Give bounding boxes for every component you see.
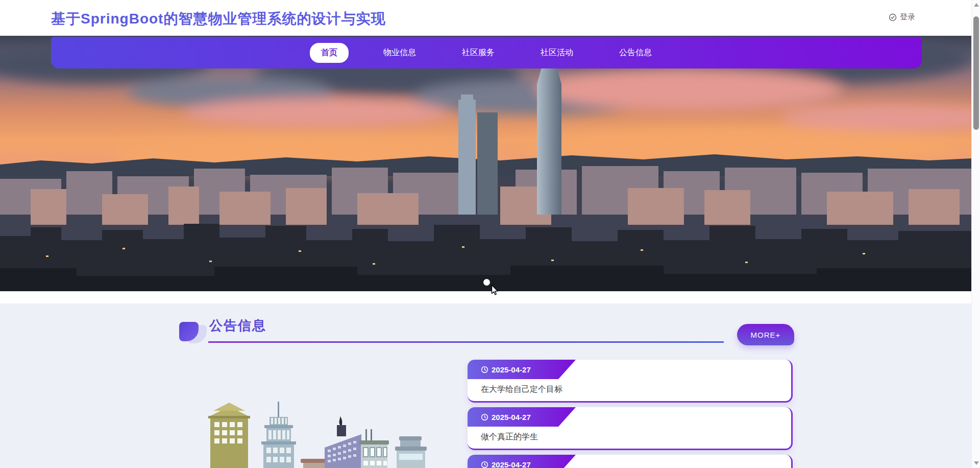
city-skyline-image	[0, 36, 971, 291]
announcements-section: 公告信息 MORE+	[0, 303, 971, 468]
section-underline	[208, 341, 724, 343]
app-header: 基于SpringBoot的智慧物业管理系统的设计与实现 登录	[0, 0, 971, 36]
nav-item-community-service[interactable]: 社区服务	[451, 43, 506, 63]
clock-icon	[481, 461, 488, 468]
announcement-date: 2025-04-27	[492, 413, 531, 422]
page-title: 基于SpringBoot的智慧物业管理系统的设计与实现	[51, 9, 385, 29]
announcement-card[interactable]: 2025-04-27 做个真正的学生	[468, 407, 793, 450]
login-button[interactable]: 登录	[889, 12, 915, 22]
circle-check-icon	[889, 13, 897, 21]
login-label: 登录	[900, 12, 915, 22]
announcement-title: 在大学给自己定个目标	[481, 384, 562, 395]
page: 基于SpringBoot的智慧物业管理系统的设计与实现 登录 首页 物业信息 社…	[0, 0, 980, 468]
mouse-cursor-icon	[489, 284, 500, 296]
announcement-card[interactable]: 2025-04-27	[468, 455, 793, 468]
scrollbar-thumb[interactable]	[973, 16, 979, 130]
nav-item-home[interactable]: 首页	[310, 43, 349, 63]
clock-icon	[481, 413, 488, 421]
nav-item-property-info[interactable]: 物业信息	[372, 43, 427, 63]
date-banner: 2025-04-27	[468, 360, 576, 379]
buildings-illustration	[206, 401, 456, 468]
announcement-date: 2025-04-27	[492, 365, 531, 374]
nav-item-announcements[interactable]: 公告信息	[608, 43, 663, 63]
nav-item-community-activity[interactable]: 社区活动	[529, 43, 584, 63]
announcement-card[interactable]: 2025-04-27 在大学给自己定个目标	[468, 360, 793, 403]
section-title: 公告信息	[209, 317, 266, 335]
clock-icon	[481, 366, 488, 373]
announcement-title: 做个真正的学生	[481, 432, 538, 442]
announcement-list: 2025-04-27 在大学给自己定个目标 2025-04-27 做个真正的学生	[468, 360, 793, 468]
more-button[interactable]: MORE+	[737, 324, 794, 345]
hero-carousel	[0, 36, 971, 291]
main-nav: 首页 物业信息 社区服务 社区活动 公告信息	[51, 37, 922, 68]
scrollbar[interactable]	[971, 0, 980, 468]
date-banner: 2025-04-27	[468, 455, 576, 468]
date-banner: 2025-04-27	[468, 407, 576, 427]
announcement-date: 2025-04-27	[492, 460, 531, 468]
scroll-up-arrow-icon[interactable]	[974, 3, 979, 7]
scroll-down-arrow-icon[interactable]	[974, 461, 979, 465]
